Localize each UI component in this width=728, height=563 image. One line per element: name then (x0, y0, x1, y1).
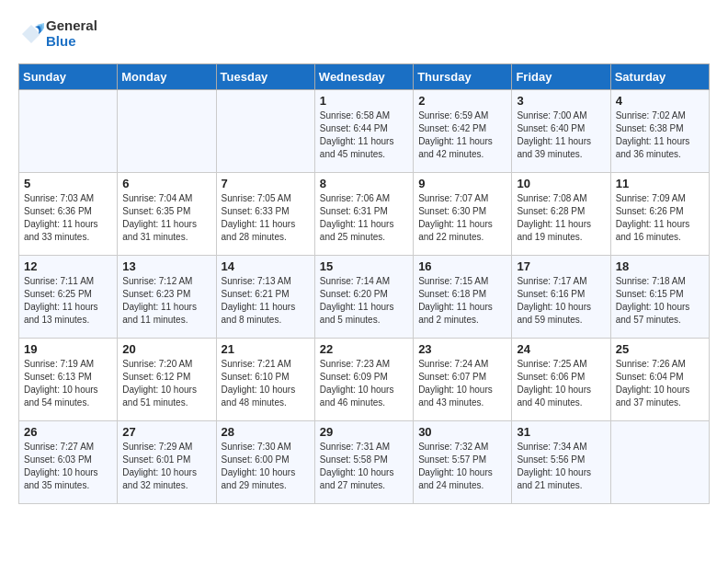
calendar-week-1: 1Sunrise: 6:58 AM Sunset: 6:44 PM Daylig… (19, 90, 710, 173)
calendar-cell: 7Sunrise: 7:05 AM Sunset: 6:33 PM Daylig… (216, 173, 314, 256)
page-header: General Blue (18, 18, 710, 49)
day-number: 14 (222, 259, 310, 273)
day-number: 13 (122, 259, 210, 273)
day-number: 15 (320, 259, 408, 273)
day-number: 16 (418, 259, 506, 273)
calendar-cell (610, 421, 709, 504)
calendar-cell: 3Sunrise: 7:00 AM Sunset: 6:40 PM Daylig… (512, 90, 610, 173)
day-number: 2 (418, 94, 506, 108)
calendar-cell: 24Sunrise: 7:25 AM Sunset: 6:06 PM Dayli… (512, 339, 610, 421)
day-info: Sunrise: 7:08 AM Sunset: 6:28 PM Dayligh… (517, 192, 605, 244)
day-number: 31 (517, 425, 605, 439)
calendar-cell: 10Sunrise: 7:08 AM Sunset: 6:28 PM Dayli… (512, 173, 610, 256)
day-number: 23 (418, 342, 506, 356)
calendar-week-4: 19Sunrise: 7:19 AM Sunset: 6:13 PM Dayli… (19, 339, 710, 421)
calendar-cell (216, 90, 314, 173)
day-info: Sunrise: 7:19 AM Sunset: 6:13 PM Dayligh… (24, 358, 112, 409)
day-number: 22 (320, 342, 408, 356)
calendar-cell: 1Sunrise: 6:58 AM Sunset: 6:44 PM Daylig… (314, 90, 413, 173)
calendar-cell: 2Sunrise: 6:59 AM Sunset: 6:42 PM Daylig… (414, 90, 512, 173)
day-info: Sunrise: 7:15 AM Sunset: 6:18 PM Dayligh… (418, 275, 506, 327)
day-info: Sunrise: 7:05 AM Sunset: 6:33 PM Dayligh… (222, 192, 310, 244)
calendar-cell: 27Sunrise: 7:29 AM Sunset: 6:01 PM Dayli… (118, 421, 216, 504)
day-number: 30 (418, 425, 506, 439)
calendar-cell: 13Sunrise: 7:12 AM Sunset: 6:23 PM Dayli… (118, 256, 216, 339)
day-info: Sunrise: 7:30 AM Sunset: 6:00 PM Dayligh… (222, 441, 310, 492)
day-info: Sunrise: 7:26 AM Sunset: 6:04 PM Dayligh… (616, 358, 704, 409)
day-info: Sunrise: 7:12 AM Sunset: 6:23 PM Dayligh… (122, 275, 210, 327)
day-number: 5 (24, 177, 112, 190)
day-info: Sunrise: 7:18 AM Sunset: 6:15 PM Dayligh… (616, 275, 704, 327)
day-info: Sunrise: 6:59 AM Sunset: 6:42 PM Dayligh… (418, 109, 506, 161)
day-number: 24 (517, 342, 605, 356)
weekday-header-saturday: Saturday (610, 64, 709, 90)
calendar-cell: 4Sunrise: 7:02 AM Sunset: 6:38 PM Daylig… (610, 90, 709, 173)
calendar-cell: 8Sunrise: 7:06 AM Sunset: 6:31 PM Daylig… (314, 173, 413, 256)
day-number: 29 (320, 425, 408, 439)
calendar-cell: 26Sunrise: 7:27 AM Sunset: 6:03 PM Dayli… (19, 421, 118, 504)
calendar-cell: 12Sunrise: 7:11 AM Sunset: 6:25 PM Dayli… (19, 256, 118, 339)
calendar-cell: 9Sunrise: 7:07 AM Sunset: 6:30 PM Daylig… (414, 173, 512, 256)
day-number: 25 (616, 342, 704, 356)
day-number: 17 (517, 259, 605, 273)
logo: General Blue (18, 18, 97, 49)
calendar-cell: 14Sunrise: 7:13 AM Sunset: 6:21 PM Dayli… (216, 256, 314, 339)
weekday-header-row: SundayMondayTuesdayWednesdayThursdayFrid… (19, 64, 710, 90)
day-number: 8 (320, 177, 408, 190)
day-info: Sunrise: 7:23 AM Sunset: 6:09 PM Dayligh… (320, 358, 408, 409)
weekday-header-tuesday: Tuesday (216, 64, 314, 90)
calendar-cell: 16Sunrise: 7:15 AM Sunset: 6:18 PM Dayli… (414, 256, 512, 339)
calendar-cell: 23Sunrise: 7:24 AM Sunset: 6:07 PM Dayli… (414, 339, 512, 421)
weekday-header-sunday: Sunday (19, 64, 118, 90)
day-number: 18 (616, 259, 704, 273)
day-info: Sunrise: 7:31 AM Sunset: 5:58 PM Dayligh… (320, 441, 408, 492)
day-number: 7 (222, 177, 310, 190)
day-info: Sunrise: 7:14 AM Sunset: 6:20 PM Dayligh… (320, 275, 408, 327)
day-info: Sunrise: 7:04 AM Sunset: 6:35 PM Dayligh… (122, 192, 210, 244)
day-number: 4 (616, 94, 704, 108)
day-info: Sunrise: 7:02 AM Sunset: 6:38 PM Dayligh… (616, 109, 704, 161)
day-number: 20 (122, 342, 210, 356)
weekday-header-monday: Monday (118, 64, 216, 90)
weekday-header-wednesday: Wednesday (314, 64, 413, 90)
day-number: 6 (122, 177, 210, 190)
calendar-cell: 22Sunrise: 7:23 AM Sunset: 6:09 PM Dayli… (314, 339, 413, 421)
calendar-cell: 11Sunrise: 7:09 AM Sunset: 6:26 PM Dayli… (610, 173, 709, 256)
day-info: Sunrise: 7:29 AM Sunset: 6:01 PM Dayligh… (122, 441, 210, 492)
day-info: Sunrise: 7:03 AM Sunset: 6:36 PM Dayligh… (24, 192, 112, 244)
calendar-cell (19, 90, 118, 173)
day-number: 26 (24, 425, 112, 439)
calendar-cell: 29Sunrise: 7:31 AM Sunset: 5:58 PM Dayli… (314, 421, 413, 504)
calendar-cell: 31Sunrise: 7:34 AM Sunset: 5:56 PM Dayli… (512, 421, 610, 504)
calendar-week-2: 5Sunrise: 7:03 AM Sunset: 6:36 PM Daylig… (19, 173, 710, 256)
day-info: Sunrise: 7:17 AM Sunset: 6:16 PM Dayligh… (517, 275, 605, 327)
calendar-cell: 21Sunrise: 7:21 AM Sunset: 6:10 PM Dayli… (216, 339, 314, 421)
calendar-cell (118, 90, 216, 173)
day-info: Sunrise: 7:07 AM Sunset: 6:30 PM Dayligh… (418, 192, 506, 244)
day-info: Sunrise: 7:25 AM Sunset: 6:06 PM Dayligh… (517, 358, 605, 409)
day-info: Sunrise: 7:21 AM Sunset: 6:10 PM Dayligh… (222, 358, 310, 409)
calendar-cell: 18Sunrise: 7:18 AM Sunset: 6:15 PM Dayli… (610, 256, 709, 339)
logo-blue: Blue (46, 34, 97, 50)
day-number: 9 (418, 177, 506, 190)
day-number: 12 (24, 259, 112, 273)
logo-general: General (46, 18, 97, 34)
day-info: Sunrise: 7:06 AM Sunset: 6:31 PM Dayligh… (320, 192, 408, 244)
calendar-cell: 19Sunrise: 7:19 AM Sunset: 6:13 PM Dayli… (19, 339, 118, 421)
calendar-cell: 30Sunrise: 7:32 AM Sunset: 5:57 PM Dayli… (414, 421, 512, 504)
day-info: Sunrise: 7:34 AM Sunset: 5:56 PM Dayligh… (517, 441, 605, 492)
weekday-header-friday: Friday (512, 64, 610, 90)
day-info: Sunrise: 7:32 AM Sunset: 5:57 PM Dayligh… (418, 441, 506, 492)
day-number: 10 (517, 177, 605, 190)
calendar-cell: 20Sunrise: 7:20 AM Sunset: 6:12 PM Dayli… (118, 339, 216, 421)
calendar-week-3: 12Sunrise: 7:11 AM Sunset: 6:25 PM Dayli… (19, 256, 710, 339)
day-number: 1 (320, 94, 408, 108)
day-number: 11 (616, 177, 704, 190)
day-info: Sunrise: 7:13 AM Sunset: 6:21 PM Dayligh… (222, 275, 310, 327)
logo-bird-icon (18, 21, 44, 47)
day-info: Sunrise: 6:58 AM Sunset: 6:44 PM Dayligh… (320, 109, 408, 161)
day-number: 27 (122, 425, 210, 439)
day-number: 3 (517, 94, 605, 108)
weekday-header-thursday: Thursday (414, 64, 512, 90)
day-number: 21 (222, 342, 310, 356)
